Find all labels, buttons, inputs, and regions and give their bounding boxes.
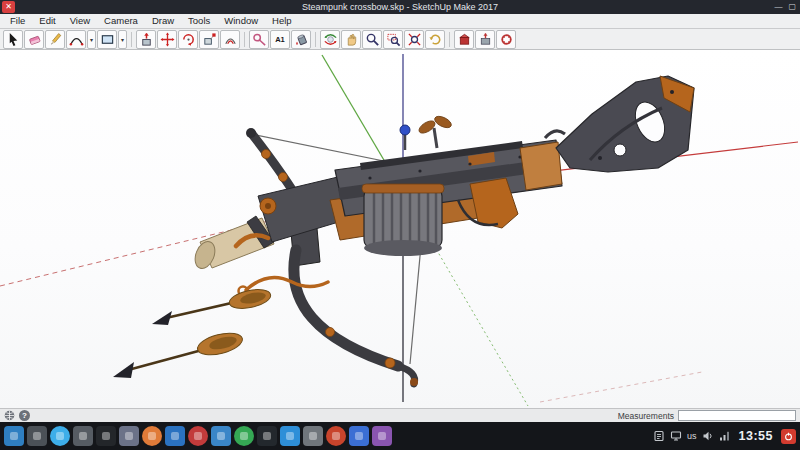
app-launcher-icon[interactable] xyxy=(4,426,24,446)
sketchup-window: ✕ Steampunk crossbow.skp - SketchUp Make… xyxy=(0,0,800,450)
arc-tool-dropdown[interactable]: ▾ xyxy=(87,30,96,49)
zoom-window-tool-button[interactable] xyxy=(383,30,403,49)
taskbar-app-icon-7[interactable] xyxy=(142,426,162,446)
previous-view-icon xyxy=(428,32,443,47)
zoom-extents-icon xyxy=(407,32,422,47)
select-arrow-icon xyxy=(6,32,21,47)
text-tool-button[interactable]: A1 xyxy=(270,30,290,49)
taskbar-app-icon-16[interactable] xyxy=(349,426,369,446)
zoom-window-icon xyxy=(386,32,401,47)
tape-measure-icon xyxy=(252,32,267,47)
title-bar: ✕ Steampunk crossbow.skp - SketchUp Make… xyxy=(0,0,800,14)
share-model-tool-button[interactable] xyxy=(475,30,495,49)
menu-tools[interactable]: Tools xyxy=(181,14,217,28)
ribbed-drum xyxy=(364,188,442,248)
lower-limb xyxy=(294,250,398,366)
arc-icon xyxy=(69,32,84,47)
tray-volume-icon[interactable] xyxy=(702,430,714,442)
menu-camera[interactable]: Camera xyxy=(97,14,145,28)
system-tray: us 13:55 xyxy=(653,429,796,444)
power-glyph-icon xyxy=(784,432,793,441)
zoom-tool-button[interactable] xyxy=(362,30,382,49)
taskbar-app-icon-17[interactable] xyxy=(372,426,392,446)
rear-hook xyxy=(545,131,565,138)
menu-bar: File Edit View Camera Draw Tools Window … xyxy=(0,14,800,29)
help-icon[interactable]: ? xyxy=(19,410,30,421)
scale-icon xyxy=(202,32,217,47)
paint-bucket-icon xyxy=(294,32,309,47)
taskbar-app-icon-12[interactable] xyxy=(257,426,277,446)
taskbar-app-icon-15[interactable] xyxy=(326,426,346,446)
drawing-canvas[interactable] xyxy=(0,50,800,408)
taskbar-app-icon-5[interactable] xyxy=(96,426,116,446)
taskbar-app-icon-11[interactable] xyxy=(234,426,254,446)
select-tool-button[interactable] xyxy=(3,30,23,49)
window-title: Steampunk crossbow.skp - SketchUp Make 2… xyxy=(0,0,800,14)
tray-network-icon[interactable] xyxy=(719,430,731,442)
taskbar-app-icon-2[interactable] xyxy=(27,426,47,446)
taskbar-app-icon-6[interactable] xyxy=(119,426,139,446)
text-tool-icon: A1 xyxy=(275,35,285,44)
pencil-icon xyxy=(48,32,63,47)
window-minimize-button[interactable]: — xyxy=(774,0,782,14)
tray-clipboard-icon[interactable] xyxy=(653,430,665,442)
measurements-label: Measurements xyxy=(618,411,674,421)
offset-tool-button[interactable] xyxy=(220,30,240,49)
blue-gem xyxy=(400,125,410,135)
geolocation-icon[interactable] xyxy=(4,410,15,421)
push-pull-icon xyxy=(139,32,154,47)
pan-hand-icon xyxy=(344,32,359,47)
status-bar: ? Measurements xyxy=(0,408,800,422)
toolbar: ▾ ▾ A1 xyxy=(0,29,800,50)
move-tool-button[interactable] xyxy=(157,30,177,49)
toolbar-separator xyxy=(244,32,245,47)
tray-power-icon[interactable] xyxy=(781,429,796,444)
taskbar-app-icon-8[interactable] xyxy=(165,426,185,446)
arc-tool-button[interactable] xyxy=(66,30,86,49)
shapes-tool-button[interactable] xyxy=(97,30,117,49)
eraser-tool-button[interactable] xyxy=(24,30,44,49)
line-tool-button[interactable] xyxy=(45,30,65,49)
taskbar-app-icon-14[interactable] xyxy=(303,426,323,446)
taskbar-app-icon-10[interactable] xyxy=(211,426,231,446)
menu-draw[interactable]: Draw xyxy=(145,14,181,28)
menu-edit[interactable]: Edit xyxy=(32,14,62,28)
taskbar-app-icon-9[interactable] xyxy=(188,426,208,446)
rear-wood-wedge xyxy=(520,142,562,190)
orbit-tool-button[interactable] xyxy=(320,30,340,49)
taskbar-app-icon-4[interactable] xyxy=(73,426,93,446)
taskbar: us 13:55 xyxy=(0,422,800,450)
get-models-icon xyxy=(457,32,472,47)
paint-bucket-tool-button[interactable] xyxy=(291,30,311,49)
toolbar-separator xyxy=(315,32,316,47)
taskbar-app-icon-13[interactable] xyxy=(280,426,300,446)
offset-icon xyxy=(223,32,238,47)
pan-tool-button[interactable] xyxy=(341,30,361,49)
menu-view[interactable]: View xyxy=(63,14,97,28)
menu-window[interactable]: Window xyxy=(217,14,265,28)
spoon-bolt-2 xyxy=(113,329,245,378)
shapes-tool-dropdown[interactable]: ▾ xyxy=(118,30,127,49)
menu-help[interactable]: Help xyxy=(265,14,299,28)
scale-tool-button[interactable] xyxy=(199,30,219,49)
keyboard-layout-indicator[interactable]: us xyxy=(687,431,697,441)
measurements-input[interactable] xyxy=(678,410,796,421)
menu-file[interactable]: File xyxy=(3,14,32,28)
tape-measure-tool-button[interactable] xyxy=(249,30,269,49)
orbit-icon xyxy=(323,32,338,47)
previous-view-tool-button[interactable] xyxy=(425,30,445,49)
window-maximize-button[interactable]: ▢ xyxy=(788,0,796,14)
tray-display-icon[interactable] xyxy=(670,430,682,442)
rotate-icon xyxy=(181,32,196,47)
taskbar-app-icon-3[interactable] xyxy=(50,426,70,446)
get-models-tool-button[interactable] xyxy=(454,30,474,49)
toolbar-separator xyxy=(449,32,450,47)
push-pull-tool-button[interactable] xyxy=(136,30,156,49)
share-model-icon xyxy=(478,32,493,47)
taskbar-clock[interactable]: 13:55 xyxy=(739,429,773,443)
zoom-icon xyxy=(365,32,380,47)
zoom-extents-tool-button[interactable] xyxy=(404,30,424,49)
rotate-tool-button[interactable] xyxy=(178,30,198,49)
steampunk-crossbow-model xyxy=(113,76,694,402)
extension-warehouse-tool-button[interactable] xyxy=(496,30,516,49)
